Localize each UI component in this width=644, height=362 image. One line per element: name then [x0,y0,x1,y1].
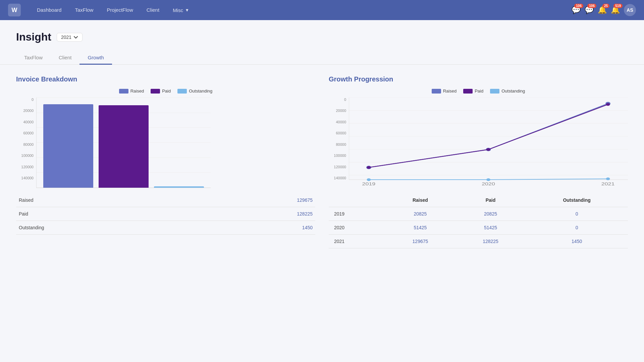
growth-table: Raised Paid Outstanding 2019 20825 20825… [329,193,628,248]
nav-taxflow[interactable]: TaxFlow [69,5,99,15]
row-raised-2020: 51425 [385,221,455,235]
invoice-legend: Raised Paid Outstanding [16,88,315,94]
g-legend-paid-label: Paid [475,88,483,94]
col-paid: Paid [455,193,526,207]
row-paid-2021: 128225 [455,235,526,248]
row-year-2019: 2019 [329,207,385,221]
legend-raised-swatch [119,89,128,94]
bell-icon-2-wrap[interactable]: 🔔 519 [611,6,620,14]
legend-paid-swatch [151,89,160,94]
summary-raised-label: Raised [16,193,194,207]
legend-outstanding-swatch [177,89,187,94]
col-outstanding: Outstanding [526,193,628,207]
g-legend-outstanding-swatch [490,89,499,94]
chat-icon-1-wrap[interactable]: 💬 106 [572,6,581,14]
growth-table-header: Raised Paid Outstanding [329,193,628,207]
nav-misc[interactable]: Misc ▾ [167,5,194,15]
paid-dot-2020 [486,148,490,151]
paid-dot-2019 [367,166,371,169]
paid-dot-2021 [606,103,610,106]
year-selector[interactable]: 2021 [57,33,83,42]
navigation: W Dashboard TaxFlow ProjectFlow Client M… [0,0,644,20]
summary-outstanding-label: Outstanding [16,221,194,235]
bell-icon-1-wrap[interactable]: 🔔 25 [598,6,607,14]
user-avatar[interactable]: AS [624,4,636,16]
row-outstanding-2020: 0 [526,221,628,235]
bell-badge-1: 25 [602,4,609,8]
growth-row-2020: 2020 51425 51425 0 [329,221,628,235]
g-legend-raised: Raised [432,88,457,94]
tabs: TaxFlow Client Growth [0,46,644,65]
x-label-2021: 2021 [601,182,615,186]
line-chart-svg-element: 2019 2020 2021 [349,98,628,188]
outstanding-dot-2020 [486,178,490,181]
row-outstanding-2021: 1450 [526,235,628,248]
logo[interactable]: W [8,4,21,16]
page-title: Insight [16,31,51,43]
row-paid-2020: 51425 [455,221,526,235]
table-row: Paid 128225 [16,207,315,221]
growth-row-2021: 2021 129675 128225 1450 [329,235,628,248]
growth-row-2019: 2019 20825 20825 0 [329,207,628,221]
table-row: Outstanding 1450 [16,221,315,235]
invoice-breakdown-title: Invoice Breakdown [16,75,315,83]
tab-taxflow[interactable]: TaxFlow [16,51,51,65]
nav-projectflow[interactable]: ProjectFlow [101,5,138,15]
g-legend-raised-swatch [432,89,441,94]
main-content: Invoice Breakdown Raised Paid Outstandin… [0,65,644,259]
col-year [329,193,385,207]
growth-section: Growth Progression Raised Paid Outstandi… [329,75,628,248]
legend-paid-label: Paid [162,88,171,94]
nav-client[interactable]: Client [141,5,165,15]
tab-growth[interactable]: Growth [79,51,112,65]
line-chart-wrap: 140000 120000 100000 80000 60000 40000 2… [329,98,628,188]
col-raised: Raised [385,193,455,207]
invoice-breakdown-section: Invoice Breakdown Raised Paid Outstandin… [16,75,315,248]
bar-outstanding [154,186,204,188]
g-legend-paid-swatch [463,89,473,94]
growth-legend: Raised Paid Outstanding [329,88,628,94]
row-year-2021: 2021 [329,235,385,248]
bar-raised [43,104,93,188]
chat-badge-2: 106 [587,4,596,8]
x-label-2020: 2020 [482,182,495,186]
row-year-2020: 2020 [329,221,385,235]
paid-line [369,105,608,168]
table-row: Raised 129675 [16,193,315,207]
summary-table: Raised 129675 Paid 128225 Outstanding 14… [16,193,315,235]
summary-paid-value: 128225 [194,207,315,221]
nav-links: Dashboard TaxFlow ProjectFlow Client Mis… [32,5,572,15]
outstanding-dot-2019 [367,178,371,181]
g-legend-paid: Paid [463,88,483,94]
legend-raised: Raised [119,88,144,94]
outstanding-dot-2021 [606,178,610,180]
logo-icon: W [8,4,21,16]
growth-title: Growth Progression [329,75,628,83]
row-raised-2019: 20825 [385,207,455,221]
x-label-2019: 2019 [362,182,376,186]
raised-line [369,104,608,168]
bars-container [37,98,211,188]
page-header: Insight 2021 [0,20,644,43]
row-raised-2021: 129675 [385,235,455,248]
line-chart-svg: 2019 2020 2021 [349,98,628,188]
legend-raised-label: Raised [130,88,144,94]
bar-y-axis: 140000 120000 100000 80000 60000 40000 2… [16,98,36,188]
row-paid-2019: 20825 [455,207,526,221]
row-outstanding-2019: 0 [526,207,628,221]
chat-icon-2-wrap[interactable]: 💬 106 [585,6,594,14]
summary-outstanding-value: 1450 [194,221,315,235]
bar-paid [99,105,149,188]
legend-outstanding: Outstanding [177,88,212,94]
g-legend-raised-label: Raised [443,88,457,94]
bar-chart-area [36,98,211,188]
tab-client[interactable]: Client [51,51,79,65]
nav-icons: 💬 106 💬 106 🔔 25 🔔 519 AS [572,4,636,16]
year-chevron-icon [73,35,78,40]
chevron-down-icon: ▾ [186,7,189,13]
legend-paid: Paid [151,88,171,94]
legend-outstanding-label: Outstanding [189,88,212,94]
nav-dashboard[interactable]: Dashboard [32,5,67,15]
line-y-axis: 140000 120000 100000 80000 60000 40000 2… [329,98,349,188]
summary-paid-label: Paid [16,207,194,221]
